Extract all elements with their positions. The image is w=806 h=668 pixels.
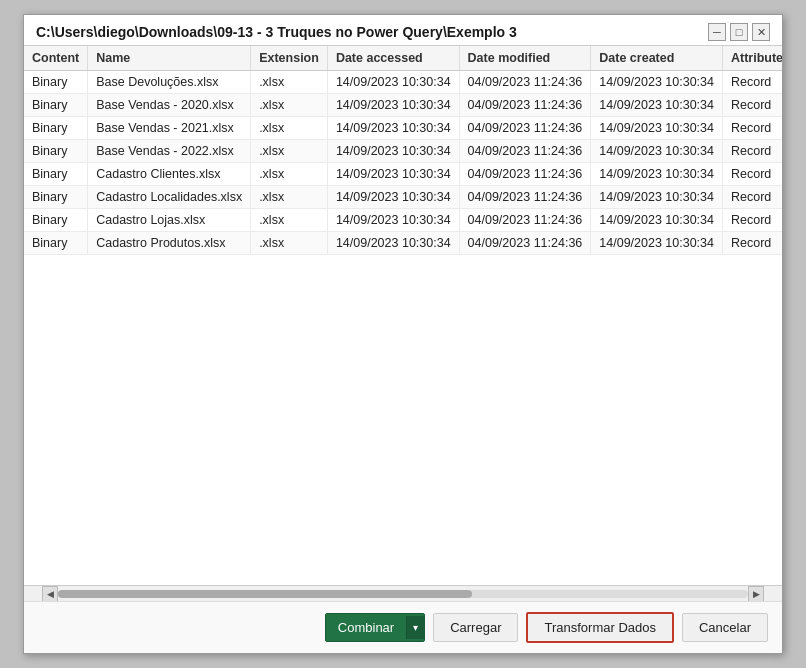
table-cell-1-0: Binary [24,94,88,117]
table-container: Content Name Extension Date accessed Dat… [24,45,782,601]
table-cell-4-6: Record [723,163,783,186]
table-row[interactable]: BinaryCadastro Lojas.xlsx.xlsx14/09/2023… [24,209,782,232]
maximize-button[interactable]: □ [730,23,748,41]
table-cell-3-6: Record [723,140,783,163]
col-date-modified: Date modified [459,46,591,71]
table-cell-1-3: 14/09/2023 10:30:34 [327,94,459,117]
table-cell-1-2: .xlsx [251,94,328,117]
table-cell-5-2: .xlsx [251,186,328,209]
table-cell-6-3: 14/09/2023 10:30:34 [327,209,459,232]
table-row[interactable]: BinaryBase Devoluções.xlsx.xlsx14/09/202… [24,71,782,94]
table-cell-5-4: 04/09/2023 11:24:36 [459,186,591,209]
window-controls: ─ □ ✕ [708,23,770,41]
table-cell-0-1: Base Devoluções.xlsx [88,71,251,94]
scroll-left-arrow[interactable]: ◀ [42,586,58,602]
table-cell-1-1: Base Vendas - 2020.xlsx [88,94,251,117]
col-extension: Extension [251,46,328,71]
combinar-main-button[interactable]: Combinar [326,614,406,641]
table-cell-6-2: .xlsx [251,209,328,232]
scrollbar-track[interactable] [58,590,748,598]
table-cell-4-1: Cadastro Clientes.xlsx [88,163,251,186]
table-row[interactable]: BinaryCadastro Localidades.xlsx.xlsx14/0… [24,186,782,209]
table-cell-6-1: Cadastro Lojas.xlsx [88,209,251,232]
table-cell-0-2: .xlsx [251,71,328,94]
table-cell-7-0: Binary [24,232,88,255]
carregar-button[interactable]: Carregar [433,613,518,642]
horizontal-scrollbar[interactable]: ◀ ▶ [24,585,782,601]
table-row[interactable]: BinaryBase Vendas - 2022.xlsx.xlsx14/09/… [24,140,782,163]
main-window: C:\Users\diego\Downloads\09-13 - 3 Truqu… [23,14,783,654]
table-cell-7-4: 04/09/2023 11:24:36 [459,232,591,255]
table-cell-2-2: .xlsx [251,117,328,140]
window-title: C:\Users\diego\Downloads\09-13 - 3 Truqu… [36,24,708,40]
table-cell-7-2: .xlsx [251,232,328,255]
col-content: Content [24,46,88,71]
table-cell-2-5: 14/09/2023 10:30:34 [591,117,723,140]
table-cell-1-5: 14/09/2023 10:30:34 [591,94,723,117]
table-cell-5-5: 14/09/2023 10:30:34 [591,186,723,209]
col-attributes: Attributes [723,46,783,71]
table-cell-6-6: Record [723,209,783,232]
table-row[interactable]: BinaryBase Vendas - 2021.xlsx.xlsx14/09/… [24,117,782,140]
footer: Combinar ▾ Carregar Transformar Dados Ca… [24,601,782,653]
table-cell-2-3: 14/09/2023 10:30:34 [327,117,459,140]
table-cell-4-2: .xlsx [251,163,328,186]
table-cell-3-1: Base Vendas - 2022.xlsx [88,140,251,163]
table-cell-4-0: Binary [24,163,88,186]
scroll-right-arrow[interactable]: ▶ [748,586,764,602]
table-row[interactable]: BinaryCadastro Clientes.xlsx.xlsx14/09/2… [24,163,782,186]
close-button[interactable]: ✕ [752,23,770,41]
file-table: Content Name Extension Date accessed Dat… [24,46,782,255]
table-cell-3-3: 14/09/2023 10:30:34 [327,140,459,163]
table-cell-4-3: 14/09/2023 10:30:34 [327,163,459,186]
table-cell-0-6: Record [723,71,783,94]
col-name: Name [88,46,251,71]
table-cell-1-6: Record [723,94,783,117]
table-cell-6-5: 14/09/2023 10:30:34 [591,209,723,232]
col-date-accessed: Date accessed [327,46,459,71]
table-row[interactable]: BinaryBase Vendas - 2020.xlsx.xlsx14/09/… [24,94,782,117]
table-cell-0-3: 14/09/2023 10:30:34 [327,71,459,94]
transformar-dados-button[interactable]: Transformar Dados [526,612,674,643]
combinar-dropdown-arrow[interactable]: ▾ [406,616,424,639]
table-cell-0-0: Binary [24,71,88,94]
table-cell-2-6: Record [723,117,783,140]
table-cell-2-4: 04/09/2023 11:24:36 [459,117,591,140]
table-header-row: Content Name Extension Date accessed Dat… [24,46,782,71]
combinar-button-group: Combinar ▾ [325,613,425,642]
table-cell-5-1: Cadastro Localidades.xlsx [88,186,251,209]
cancelar-button[interactable]: Cancelar [682,613,768,642]
table-cell-4-5: 14/09/2023 10:30:34 [591,163,723,186]
col-date-created: Date created [591,46,723,71]
table-row[interactable]: BinaryCadastro Produtos.xlsx.xlsx14/09/2… [24,232,782,255]
table-cell-7-3: 14/09/2023 10:30:34 [327,232,459,255]
table-cell-1-4: 04/09/2023 11:24:36 [459,94,591,117]
table-cell-5-3: 14/09/2023 10:30:34 [327,186,459,209]
table-cell-0-4: 04/09/2023 11:24:36 [459,71,591,94]
table-cell-3-4: 04/09/2023 11:24:36 [459,140,591,163]
table-cell-7-1: Cadastro Produtos.xlsx [88,232,251,255]
table-cell-5-6: Record [723,186,783,209]
table-cell-3-5: 14/09/2023 10:30:34 [591,140,723,163]
table-cell-2-0: Binary [24,117,88,140]
minimize-button[interactable]: ─ [708,23,726,41]
table-cell-6-4: 04/09/2023 11:24:36 [459,209,591,232]
table-cell-3-0: Binary [24,140,88,163]
table-cell-4-4: 04/09/2023 11:24:36 [459,163,591,186]
table-cell-0-5: 14/09/2023 10:30:34 [591,71,723,94]
table-cell-7-5: 14/09/2023 10:30:34 [591,232,723,255]
table-cell-7-6: Record [723,232,783,255]
scrollbar-thumb[interactable] [58,590,472,598]
scroll-area[interactable]: Content Name Extension Date accessed Dat… [24,46,782,585]
table-cell-2-1: Base Vendas - 2021.xlsx [88,117,251,140]
table-cell-5-0: Binary [24,186,88,209]
title-bar: C:\Users\diego\Downloads\09-13 - 3 Truqu… [24,15,782,45]
table-cell-6-0: Binary [24,209,88,232]
table-cell-3-2: .xlsx [251,140,328,163]
